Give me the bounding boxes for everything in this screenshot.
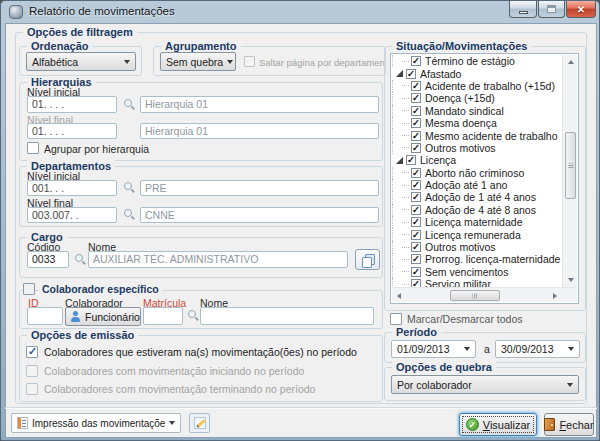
tree-row[interactable]: Licença remunerada (392, 228, 562, 240)
tree-checkbox[interactable] (411, 56, 421, 66)
tree-checkbox[interactable] (411, 217, 421, 227)
tree-row[interactable]: Mesma doença (392, 117, 562, 129)
tree-checkbox[interactable] (411, 180, 421, 190)
window-title: Relatório de movimentações (29, 5, 175, 17)
visualizar-button[interactable]: ✓ Visualizar (459, 413, 537, 436)
fechar-button[interactable]: Fechar (544, 413, 594, 436)
tree-row[interactable]: Mandato sindical (392, 105, 562, 117)
tree-connector (402, 209, 409, 210)
tree-row[interactable]: Licença maternidade (392, 216, 562, 228)
tree-row[interactable]: Outros motivos (392, 142, 562, 154)
tree-checkbox[interactable] (411, 131, 421, 141)
expand-arrow-icon[interactable] (396, 70, 403, 77)
scroll-left-button[interactable] (392, 288, 406, 303)
quebra-dropdown[interactable]: Por colaborador (391, 375, 579, 394)
minimize-button[interactable] (509, 1, 537, 18)
search-icon[interactable] (124, 182, 136, 194)
periodo-end-dropdown[interactable]: 30/09/2013 (495, 340, 580, 358)
tree-indent (392, 204, 402, 216)
search-icon[interactable] (124, 209, 136, 221)
tree-connector (402, 172, 409, 173)
report-type-dropdown[interactable]: Impressão das movimentações dos col (11, 413, 181, 433)
tree-row[interactable]: Acidente de trabalho (+15d) (392, 80, 562, 92)
title-bar[interactable]: Relatório de movimentações ✕ (1, 1, 600, 23)
tree-label: Prorrog. licença-maternidade (425, 253, 560, 265)
tree-checkbox[interactable] (406, 69, 416, 79)
search-icon[interactable] (124, 99, 136, 111)
tree-connector (402, 110, 409, 111)
colab-tipo-dropdown[interactable]: Funcionário (65, 307, 141, 326)
search-icon[interactable] (75, 254, 87, 266)
situacao-tree[interactable]: Término de estágioAfastadoAcidente de tr… (390, 53, 579, 304)
scroll-up-button[interactable] (563, 55, 578, 69)
expand-arrow-icon[interactable] (396, 157, 403, 164)
emission-checkbox[interactable] (26, 346, 38, 358)
copy-button[interactable] (355, 249, 380, 270)
close-button[interactable]: ✕ (566, 1, 596, 18)
ordenacao-dropdown[interactable]: Alfabética (26, 52, 136, 71)
hier-nivel-inicial-input[interactable]: 01. . . . (27, 96, 117, 113)
tree-row[interactable]: Doença (+15d) (392, 92, 562, 104)
horizontal-scroll-thumb[interactable] (450, 290, 500, 301)
tree-row[interactable]: Adoção até 1 ano (392, 179, 562, 191)
skip-page-checkbox[interactable] (244, 56, 255, 67)
cargo-nome-field: AUXILIAR TÉC. ADMINISTRATIVO (88, 251, 348, 268)
periodo-end-value: 30/09/2013 (501, 343, 554, 355)
tree-checkbox[interactable] (411, 254, 421, 264)
horizontal-scrollbar[interactable] (392, 287, 577, 302)
marcar-todos-checkbox[interactable] (390, 313, 402, 325)
tree-indent (392, 216, 402, 228)
tree-row[interactable]: Adoção de 4 até 8 anos (392, 204, 562, 216)
scroll-right-button[interactable] (548, 288, 562, 303)
agrupamento-dropdown[interactable]: Sem quebra (160, 52, 236, 71)
colab-matricula-input[interactable] (143, 307, 183, 325)
tree-row[interactable]: Serviço militar (392, 278, 562, 287)
tree-checkbox[interactable] (411, 192, 421, 202)
tree-row[interactable]: Afastado (392, 67, 562, 79)
tree-row[interactable]: Sem vencimentos (392, 266, 562, 278)
group-emissao-title: Opções de emissão (27, 329, 138, 341)
hier-nivel-final-input[interactable]: 01. . . . (27, 123, 117, 139)
tree-row[interactable]: Licença (392, 154, 562, 166)
scroll-down-button[interactable] (563, 273, 578, 287)
tree-row[interactable]: Prorrog. licença-maternidade (392, 253, 562, 265)
tree-checkbox[interactable] (411, 205, 421, 215)
cargo-codigo-input[interactable]: 0033 (27, 251, 69, 268)
tree-checkbox[interactable] (411, 106, 421, 116)
tree-label: Doença (+15d) (425, 92, 495, 104)
vertical-scroll-thumb[interactable] (565, 132, 576, 199)
dep-nivel-inicial-input[interactable]: 001. . . (27, 180, 117, 196)
periodo-start-dropdown[interactable]: 01/09/2013 (391, 340, 476, 358)
tree-checkbox[interactable] (411, 143, 421, 153)
tree-checkbox[interactable] (411, 242, 421, 252)
tree-row[interactable]: Mesmo acidente de trabalho (392, 129, 562, 141)
tree-checkbox[interactable] (411, 118, 421, 128)
edit-report-button[interactable] (189, 413, 210, 433)
agrupar-hierarquia-checkbox[interactable] (27, 142, 39, 154)
app-icon (9, 5, 23, 19)
tree-row[interactable]: Aborto não criminoso (392, 167, 562, 179)
colaborador-especifico-checkbox[interactable] (23, 283, 35, 295)
thumb-grip (568, 163, 573, 168)
colab-id-input[interactable] (27, 307, 63, 325)
group-colaborador-title: Colaborador específico (39, 283, 162, 295)
tree-checkbox[interactable] (406, 155, 416, 165)
emission-checkbox (26, 383, 38, 395)
tree-row[interactable]: Término de estágio (392, 55, 562, 67)
report-type-value: Impressão das movimentações dos col (32, 418, 165, 429)
dep-nivel-final-input[interactable]: 003.007. . (27, 207, 117, 223)
tree-checkbox[interactable] (411, 93, 421, 103)
tree-checkbox[interactable] (411, 81, 421, 91)
tree-checkbox[interactable] (411, 267, 421, 277)
agrupamento-value: Sem quebra (166, 56, 223, 68)
tree-checkbox[interactable] (411, 230, 421, 240)
colab-nome-input[interactable] (200, 307, 374, 325)
tree-checkbox[interactable] (411, 279, 421, 287)
maximize-button[interactable] (538, 1, 565, 18)
tree-checkbox[interactable] (411, 168, 421, 178)
vertical-scrollbar[interactable] (562, 55, 577, 287)
tree-row[interactable]: Outros motivos (392, 241, 562, 253)
tree-row[interactable]: Adoção de 1 até 4 anos (392, 191, 562, 203)
search-icon[interactable] (188, 310, 200, 322)
exit-door-icon (544, 418, 555, 431)
